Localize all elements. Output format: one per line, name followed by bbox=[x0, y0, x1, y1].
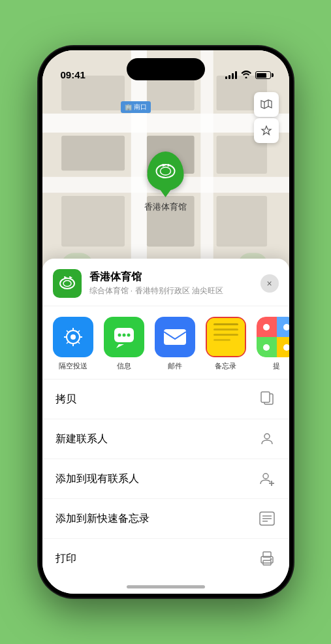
menu-item-new-contact[interactable]: 新建联系人 bbox=[42, 419, 289, 459]
svg-rect-11 bbox=[61, 196, 125, 247]
airdrop-icon-container bbox=[53, 317, 93, 357]
svg-point-30 bbox=[71, 334, 76, 340]
menu-item-add-existing-label: 添加到现有联系人 bbox=[55, 472, 139, 486]
more-icon-container bbox=[257, 317, 289, 357]
map-controls bbox=[254, 92, 279, 143]
notes-icon-container bbox=[206, 317, 246, 357]
svg-point-34 bbox=[127, 334, 130, 337]
svg-point-49 bbox=[270, 558, 272, 560]
venue-info: 香港体育馆 综合体育馆 · 香港特别行政区 油尖旺区 bbox=[89, 270, 260, 297]
phone-screen: 09:41 bbox=[42, 50, 289, 594]
map-type-button[interactable] bbox=[254, 92, 279, 117]
map-location-label: 🏢 南口 bbox=[121, 101, 151, 113]
close-button[interactable]: × bbox=[260, 274, 279, 293]
menu-item-copy[interactable]: 拷贝 bbox=[42, 379, 289, 419]
menu-list: 拷贝 新建联系人 bbox=[42, 379, 289, 578]
action-mail[interactable]: 邮件 bbox=[155, 317, 195, 371]
svg-point-38 bbox=[264, 434, 270, 439]
svg-rect-8 bbox=[61, 136, 125, 170]
home-indicator bbox=[127, 585, 205, 588]
stadium-label: 香港体育馆 bbox=[144, 201, 187, 213]
copy-icon bbox=[258, 390, 276, 408]
more-label: 提 bbox=[273, 361, 280, 371]
messages-icon-container bbox=[104, 317, 144, 357]
quick-note-icon bbox=[258, 509, 276, 528]
menu-item-print[interactable]: 打印 bbox=[42, 539, 289, 578]
svg-point-33 bbox=[122, 334, 125, 337]
airdrop-label: 隔空投送 bbox=[59, 361, 87, 371]
menu-item-print-label: 打印 bbox=[55, 552, 76, 566]
svg-point-17 bbox=[157, 165, 175, 178]
mail-label: 邮件 bbox=[168, 361, 182, 371]
stadium-marker[interactable]: 香港体育馆 bbox=[144, 152, 187, 213]
action-airdrop[interactable]: 隔空投送 bbox=[53, 317, 93, 371]
svg-rect-35 bbox=[164, 329, 186, 345]
status-icons bbox=[225, 70, 271, 82]
menu-item-new-contact-label: 新建联系人 bbox=[55, 432, 108, 446]
actions-row: 隔空投送 信息 bbox=[42, 306, 289, 379]
stadium-pin bbox=[148, 152, 184, 191]
menu-item-add-quick-note[interactable]: 添加到新快速备忘录 bbox=[42, 499, 289, 539]
svg-point-39 bbox=[263, 474, 268, 479]
menu-item-add-existing[interactable]: 添加到现有联系人 bbox=[42, 459, 289, 499]
menu-item-copy-label: 拷贝 bbox=[55, 393, 76, 406]
battery-icon bbox=[255, 71, 271, 79]
add-existing-icon bbox=[258, 470, 276, 488]
new-contact-icon bbox=[258, 430, 276, 448]
print-icon bbox=[258, 549, 276, 568]
svg-point-23 bbox=[60, 278, 74, 289]
action-more[interactable]: 提 bbox=[257, 317, 289, 371]
svg-rect-13 bbox=[216, 196, 267, 247]
venue-icon bbox=[53, 269, 82, 298]
signal-icon bbox=[225, 71, 237, 79]
wifi-icon bbox=[241, 70, 251, 80]
sheet-header: 香港体育馆 综合体育馆 · 香港特别行政区 油尖旺区 × bbox=[42, 259, 289, 306]
action-notes[interactable]: 备忘录 bbox=[206, 317, 246, 371]
svg-rect-1 bbox=[42, 114, 289, 133]
action-messages[interactable]: 信息 bbox=[104, 317, 144, 371]
bottom-sheet: 香港体育馆 综合体育馆 · 香港特别行政区 油尖旺区 × bbox=[42, 259, 289, 594]
venue-name: 香港体育馆 bbox=[89, 270, 260, 284]
notes-label: 备忘录 bbox=[215, 361, 236, 371]
svg-rect-37 bbox=[261, 392, 270, 402]
svg-point-32 bbox=[118, 334, 121, 337]
status-time: 09:41 bbox=[61, 69, 86, 82]
svg-point-18 bbox=[161, 167, 171, 175]
messages-label: 信息 bbox=[117, 361, 131, 371]
menu-item-add-quick-note-label: 添加到新快速备忘录 bbox=[55, 512, 150, 526]
location-button[interactable] bbox=[254, 118, 279, 143]
actions-scroll: 隔空投送 信息 bbox=[53, 317, 279, 371]
dynamic-island bbox=[127, 58, 205, 80]
phone-frame: 09:41 bbox=[39, 46, 293, 598]
mail-icon-container bbox=[155, 317, 195, 357]
venue-subtitle: 综合体育馆 · 香港特别行政区 油尖旺区 bbox=[89, 285, 260, 297]
svg-point-24 bbox=[63, 281, 71, 287]
